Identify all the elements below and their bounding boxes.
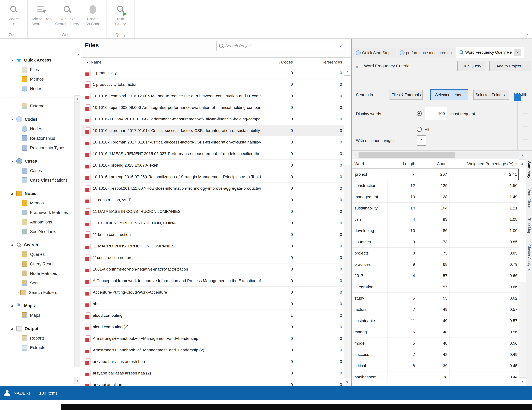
sidebar-item-memos[interactable]: Memos	[0, 198, 81, 208]
sidebar-scroll-up-icon[interactable]: ▲	[75, 95, 80, 102]
files-scroll-down-icon[interactable]: ▼	[344, 378, 351, 386]
word-scroll-up-icon[interactable]: ▲	[519, 160, 526, 168]
tab-quick-start-steps[interactable]: Quick Start Steps	[353, 48, 395, 57]
word-row[interactable]: countries9730.85	[352, 236, 519, 248]
sidebar-group-output[interactable]: Output	[0, 324, 81, 333]
criteria-horizontal-scrollbar[interactable]: ‹ ›	[352, 151, 526, 159]
table-row[interactable]: 11construction net profit00	[81, 252, 344, 264]
view-tab-summary[interactable]: Summary	[527, 161, 532, 178]
expand-icon[interactable]	[11, 160, 13, 162]
run-query-ribbon-button[interactable]: Run Query	[108, 0, 133, 32]
sidebar-item-reports[interactable]: Reports	[0, 333, 81, 343]
sidebar-group-notes[interactable]: Notes	[0, 189, 81, 198]
word-row[interactable]: csfs4931.08	[352, 214, 519, 225]
table-row[interactable]: 10.1016-j.ejor.2008.09.006-An-integrated…	[81, 102, 344, 113]
table-row[interactable]: 11 km in construction00	[81, 229, 344, 240]
table-row[interactable]: 10.1016-j.compind.2016.12.005-Method-to-…	[81, 90, 344, 102]
table-row[interactable]: arzyabe bar asas arzesh haa00	[81, 356, 344, 367]
word-row[interactable]: developing10861.00	[352, 225, 519, 236]
column-header-codes[interactable]: / Codes	[261, 60, 294, 65]
view-tab-cluster-analysis[interactable]: Cluster Analysis	[527, 244, 532, 271]
tab-close-icon[interactable]: ×	[514, 49, 521, 56]
sidebar-item-sets[interactable]: Sets	[0, 278, 81, 288]
tab-word-frequency-query-re[interactable]: Word Frequency Query Re×	[456, 47, 524, 57]
word-row[interactable]: project72072.41	[352, 169, 519, 180]
sidebar-item-cases[interactable]: Cases	[0, 166, 81, 175]
table-row[interactable]: 11 construction, vs IT00	[81, 194, 344, 206]
selected-items-button[interactable]: Selected Items..	[430, 89, 468, 100]
sidebar-group-codes[interactable]: Codes	[0, 114, 81, 124]
word-table-scrollbar[interactable]: ▲ ▼	[519, 159, 526, 386]
expand-icon[interactable]	[11, 59, 13, 61]
selected-folders-button[interactable]: Selected Folders..	[473, 90, 509, 100]
table-row[interactable]: 10.1016-j.respol.2014.11.007-How-does-in…	[81, 183, 344, 194]
word-row[interactable]: factors7490.57	[352, 304, 519, 315]
sidebar-item-memos[interactable]: Memos	[0, 74, 81, 84]
sidebar-scroll-thumb[interactable]	[75, 102, 80, 367]
table-row[interactable]: 1 productivity00	[81, 67, 344, 79]
expand-icon[interactable]	[11, 192, 13, 195]
sidebar-item-files[interactable]: Files	[0, 65, 81, 74]
sidebar-group-quick-access[interactable]: ★Quick Access	[0, 55, 81, 65]
sidebar-item-extracts[interactable]: Extracts	[0, 343, 81, 353]
run-query-button[interactable]: Run Query	[457, 61, 486, 71]
table-row[interactable]: 1861-algorithms-for-non-negative-matrix-…	[81, 264, 344, 275]
sidebar-scrollbar[interactable]: ▲ ▼	[75, 95, 80, 384]
table-row[interactable]: arzyabe bar asas arzesh haa (2)00	[81, 367, 344, 379]
column-header-weighted-percentage[interactable]: Weighted Percentage (%) ▽	[450, 162, 519, 166]
column-header-name[interactable]: ▲ Name	[81, 60, 261, 65]
sidebar-collapse-icon[interactable]: ‹	[77, 51, 79, 56]
sidebar-item-nodes[interactable]: Nodes	[0, 124, 81, 133]
ribbon-collapse-icon[interactable]: ∧	[526, 33, 529, 38]
add-to-stop-words-button[interactable]: Add to Stop Words List	[28, 0, 54, 32]
add-to-project-button[interactable]: Add to Project...	[489, 61, 531, 71]
table-row[interactable]: Armstrong's+Handbook+of+Management+and+L…	[81, 344, 344, 356]
word-row[interactable]: sustainability141041.21	[352, 202, 519, 214]
table-row[interactable]: Armstrong's+Handbook+of+Management+and+L…	[81, 333, 344, 344]
table-row[interactable]: aloud computing (2)00	[81, 321, 344, 333]
word-row[interactable]: study5530.62	[352, 293, 519, 304]
word-row[interactable]: management101281.49	[352, 191, 519, 202]
table-row[interactable]: 11 DATA BASE IN CONSTRUCION cOMPANIES00	[81, 206, 344, 217]
hscroll-thumb[interactable]	[359, 152, 455, 158]
expand-icon[interactable]	[11, 305, 13, 307]
sidebar-item-search-folders[interactable]: ›Search Folders	[0, 288, 81, 297]
word-row[interactable]: integration11570.66	[352, 281, 519, 293]
sidebar-item-queries[interactable]: Queries	[0, 250, 81, 259]
hscroll-left-icon[interactable]: ‹	[352, 151, 359, 159]
grouping-slider-thumb[interactable]	[514, 94, 521, 101]
table-row[interactable]: 1 productivity total factor00	[81, 79, 344, 90]
tab-performance-measuremen[interactable]: performance measuremen	[397, 48, 455, 57]
files-scrollbar[interactable]: ▲ ▼	[344, 67, 351, 386]
hscroll-track[interactable]	[359, 152, 519, 158]
word-row[interactable]: manag5480.56	[352, 326, 519, 338]
view-tab-word-cloud[interactable]: Word Cloud	[527, 189, 532, 208]
table-row[interactable]: arzyabi amalkard00	[81, 379, 344, 386]
search-chevron-down-icon[interactable]: ∨	[339, 44, 342, 48]
word-row[interactable]: construction121291.50	[352, 180, 519, 191]
word-scroll-thumb[interactable]	[519, 168, 526, 282]
table-row[interactable]: 10.1016-j.ijproman.2017.01.014-Critical-…	[81, 125, 344, 136]
zoom-button[interactable]: Zoom ▾	[1, 0, 27, 32]
sidebar-item-relationship-types[interactable]: Relationship Types	[0, 143, 81, 153]
sidebar-scroll-down-icon[interactable]: ▼	[75, 378, 80, 384]
grouping-slider-track[interactable]	[517, 94, 518, 150]
expand-icon[interactable]	[11, 244, 13, 246]
sidebar-item-node-matrices[interactable]: Node Matrices	[0, 269, 81, 278]
table-row[interactable]: 10.1016-j.proeng.2015.10.070- eken00	[81, 160, 344, 171]
hscroll-right-icon[interactable]: ›	[519, 151, 526, 159]
sidebar-item-annotations[interactable]: Annotations	[0, 217, 81, 227]
search-project-input[interactable]: Search Project ∨	[216, 41, 344, 51]
files-scroll-up-icon[interactable]: ▲	[344, 67, 351, 76]
sidebar-item-case-classifications[interactable]: Case Classifications	[0, 175, 81, 185]
column-header-word[interactable]: Word	[352, 162, 388, 166]
table-row[interactable]: 10.1016-j.ijproman.2017.01.014-Critical-…	[81, 136, 344, 148]
all-words-radio[interactable]	[417, 127, 422, 132]
table-row[interactable]: 10.1016-j.proeng.2016.07.259-Rationaliza…	[81, 171, 344, 183]
word-row[interactable]: model5480.56	[352, 338, 519, 349]
table-row[interactable]: ahp00	[81, 298, 344, 310]
table-row[interactable]: 10.1016-J.ESWA.2010.10.068-Performance-m…	[81, 113, 344, 125]
table-row[interactable]: 10.1016-J.MEASUREMENT.2015.05.037-Perfor…	[81, 148, 344, 160]
table-row[interactable]: A Conceptual framework to improve Inform…	[81, 275, 344, 286]
column-header-references[interactable]: References	[294, 60, 344, 65]
